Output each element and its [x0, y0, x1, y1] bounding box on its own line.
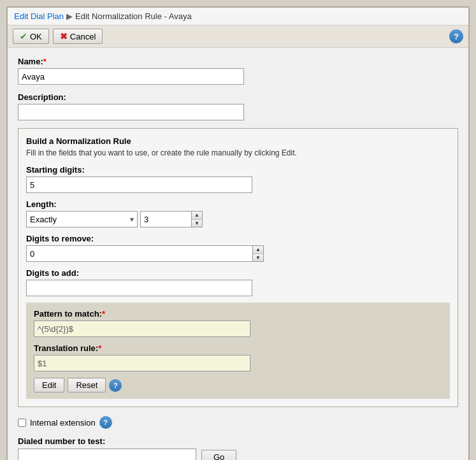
- length-row: Exactly At least At most Range ▼ ▲ ▼: [26, 211, 450, 227]
- digits-remove-wrapper: ▲ ▼: [26, 245, 450, 262]
- ok-button[interactable]: ✔ OK: [13, 29, 49, 44]
- digits-add-field: Digits to add:: [26, 268, 450, 296]
- content-area: Name:* Description: Build a Normalizatio…: [8, 48, 468, 460]
- section-desc: Fill in the fields that you want to use,…: [26, 148, 450, 157]
- name-label: Name:*: [18, 57, 458, 66]
- starting-digits-input[interactable]: [26, 176, 252, 193]
- length-spinner: ▲ ▼: [140, 211, 203, 227]
- digits-remove-field: Digits to remove: ▲ ▼: [26, 234, 450, 262]
- cancel-button[interactable]: ✖ Cancel: [53, 29, 103, 44]
- name-field-group: Name:*: [18, 57, 458, 85]
- length-label: Length:: [26, 199, 450, 209]
- description-input[interactable]: [18, 104, 244, 120]
- digits-remove-label: Digits to remove:: [26, 234, 450, 243]
- cancel-icon: ✖: [60, 31, 68, 41]
- description-field-group: Description:: [18, 92, 458, 120]
- starting-digits-field: Starting digits:: [26, 165, 450, 193]
- page-title: Edit Normalization Rule - Avaya: [75, 11, 192, 21]
- length-select[interactable]: Exactly At least At most Range: [26, 211, 138, 227]
- starting-digits-label: Starting digits:: [26, 165, 450, 175]
- length-field: Length: Exactly At least At most Range ▼: [26, 199, 450, 227]
- translation-label: Translation rule:*: [34, 343, 442, 353]
- length-increment-button[interactable]: ▲: [192, 212, 202, 220]
- digits-add-label: Digits to add:: [26, 268, 450, 278]
- translation-input[interactable]: [34, 355, 250, 371]
- description-label: Description:: [18, 92, 458, 102]
- shaded-area: Pattern to match:* Translation rule:* Ed…: [26, 303, 450, 399]
- toolbar: ✔ OK ✖ Cancel ?: [8, 25, 468, 48]
- dial-test-input[interactable]: [18, 449, 196, 460]
- ok-icon: ✔: [20, 31, 27, 41]
- breadcrumb-link[interactable]: Edit Dial Plan: [14, 11, 64, 21]
- name-required: *: [43, 57, 47, 66]
- title-bar: Edit Dial Plan ▶ Edit Normalization Rule…: [8, 8, 468, 25]
- pattern-required: *: [102, 309, 105, 319]
- length-decrement-button[interactable]: ▼: [192, 220, 202, 227]
- name-input[interactable]: [18, 68, 244, 85]
- internal-extension-checkbox[interactable]: [18, 419, 26, 427]
- length-select-wrapper: Exactly At least At most Range ▼: [26, 211, 138, 227]
- digits-remove-decrement-button[interactable]: ▼: [253, 254, 263, 262]
- translation-required: *: [98, 343, 101, 353]
- edit-button[interactable]: Edit: [34, 378, 64, 392]
- digits-remove-increment-button[interactable]: ▲: [253, 246, 263, 254]
- dial-test-label: Dialed number to test:: [18, 436, 458, 446]
- digits-add-input[interactable]: [26, 280, 252, 296]
- length-spinner-buttons: ▲ ▼: [191, 211, 203, 227]
- go-button[interactable]: Go: [201, 450, 236, 461]
- dial-test-row: Go: [18, 449, 458, 460]
- digits-remove-spinner-buttons: ▲ ▼: [252, 245, 264, 262]
- toolbar-help-button[interactable]: ?: [449, 29, 463, 43]
- internal-extension-help-button[interactable]: ?: [99, 416, 112, 429]
- dial-test-field: Dialed number to test: Go: [18, 436, 458, 460]
- pattern-input[interactable]: [34, 320, 250, 337]
- normalization-box: Build a Normalization Rule Fill in the f…: [18, 128, 458, 407]
- pattern-label: Pattern to match:*: [34, 309, 442, 319]
- section-title: Build a Normalization Rule: [26, 136, 450, 146]
- shaded-buttons: Edit Reset ?: [34, 378, 442, 392]
- internal-extension-row: Internal extension ?: [18, 416, 458, 429]
- reset-button[interactable]: Reset: [68, 378, 106, 392]
- internal-extension-label: Internal extension: [30, 418, 96, 428]
- breadcrumb-separator: ▶: [66, 11, 73, 21]
- shaded-help-button[interactable]: ?: [109, 379, 122, 392]
- translation-field: Translation rule:*: [34, 343, 442, 371]
- digits-remove-input[interactable]: [26, 245, 252, 262]
- cancel-label: Cancel: [70, 32, 96, 41]
- ok-label: OK: [30, 32, 42, 41]
- pattern-field: Pattern to match:*: [34, 309, 442, 337]
- main-window: Edit Dial Plan ▶ Edit Normalization Rule…: [6, 6, 470, 460]
- length-number-input[interactable]: [140, 211, 191, 227]
